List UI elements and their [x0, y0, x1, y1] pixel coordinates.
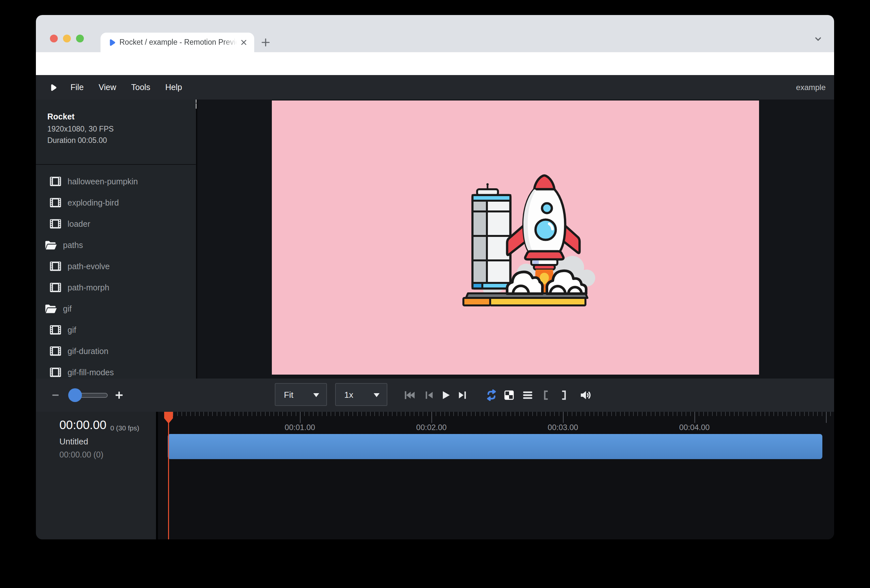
in-point-button[interactable]	[539, 388, 553, 402]
sidebar-item-exploding-bird[interactable]: exploding-bird	[36, 196, 196, 209]
sidebar-item-loader[interactable]: loader	[36, 217, 196, 230]
canvas-size-select[interactable]: Fit	[275, 383, 327, 406]
browser-tab[interactable]: Rocket / example - Remotion Preview	[100, 33, 254, 52]
next-frame-button[interactable]	[456, 388, 470, 402]
film-icon	[50, 177, 61, 186]
sidebar-item-label: gif-fill-modes	[67, 368, 114, 377]
ruler-label: 00:04.00	[679, 423, 709, 432]
rocket	[507, 176, 580, 269]
playhead-marker[interactable]	[164, 412, 173, 424]
tab-search-chevron-icon[interactable]	[813, 33, 824, 45]
new-tab-button[interactable]	[261, 37, 271, 48]
tab-strip: Rocket / example - Remotion Preview	[36, 15, 834, 52]
tab-title: Rocket / example - Remotion Preview	[119, 38, 237, 48]
launch-tower	[472, 183, 510, 289]
composition-duration: Duration 00:05.00	[47, 136, 107, 145]
menu-item-help[interactable]: Help	[165, 83, 182, 92]
sidebar-item-halloween-pumpkin[interactable]: halloween-pumpkin	[36, 175, 196, 188]
minus-icon	[51, 390, 60, 400]
film-icon	[50, 261, 61, 271]
browser-window: Rocket / example - Remotion Preview http…	[36, 15, 834, 539]
timeline-lanes-button[interactable]	[520, 388, 535, 402]
playhead-line	[168, 412, 169, 539]
sidebar-item-label: path-morph	[67, 283, 109, 292]
preview-canvas-area	[197, 100, 834, 378]
out-bracket-icon	[559, 390, 569, 400]
play-icon	[440, 389, 451, 401]
sidebar-item-gif-folder[interactable]: gif	[36, 302, 196, 315]
film-icon	[50, 283, 61, 292]
browser-toolbar: http://localhost:3001/Rocket	[36, 52, 834, 75]
sidebar-item-path-evolve[interactable]: path-evolve	[36, 260, 196, 273]
sidebar-item-path-morph[interactable]: path-morph	[36, 281, 196, 294]
film-icon	[50, 219, 61, 229]
timeline-panel: 00:00.00 0 (30 fps) Untitled 00:00.00 (0…	[36, 412, 834, 539]
player-controls-bar: Fit 1x	[36, 378, 834, 412]
menu-item-tools[interactable]: Tools	[131, 83, 150, 92]
sidebar-item-label: paths	[63, 241, 83, 250]
film-icon	[50, 198, 61, 207]
track-name: Untitled	[60, 436, 88, 447]
rows-icon	[522, 390, 533, 401]
remotion-favicon-icon	[107, 38, 116, 47]
timeline-ruler[interactable]: 00:01.0000:02.0000:03.0000:04.00	[156, 412, 834, 539]
sidebar-item-gif-duration[interactable]: gif-duration	[36, 345, 196, 358]
sidebar-item-label: halloween-pumpkin	[67, 177, 138, 186]
window-close-button[interactable]	[50, 34, 58, 42]
film-icon	[50, 346, 61, 356]
sidebar-item-label: gif	[67, 325, 76, 335]
menu-item-view[interactable]: View	[98, 83, 116, 92]
ruler-label: 00:01.00	[285, 423, 315, 432]
transparency-toggle-button[interactable]	[502, 388, 516, 402]
current-frame-info: 0 (30 fps)	[110, 424, 139, 432]
timeline-zoom-out-button[interactable]	[48, 388, 63, 402]
skip-to-start-button[interactable]	[402, 388, 416, 402]
checkerboard-icon	[503, 389, 515, 401]
out-point-button[interactable]	[556, 388, 571, 402]
sidebar-item-gif[interactable]: gif	[36, 323, 196, 336]
plus-icon	[114, 390, 124, 400]
sidebar-item-label: path-evolve	[67, 262, 110, 271]
volume-icon	[579, 389, 592, 402]
app-menu-bar: FileViewToolsHelp example	[36, 75, 834, 100]
menu-items: FileViewToolsHelp	[70, 75, 182, 100]
previous-frame-icon	[423, 390, 434, 401]
current-timecode: 00:00.00	[60, 418, 106, 432]
composition-resolution: 1920x1080, 30 FPS	[47, 125, 113, 134]
chevron-down-icon	[374, 393, 380, 397]
playback-speed-value: 1x	[344, 390, 353, 400]
launch-pad	[463, 293, 587, 305]
remotion-logo-icon[interactable]	[48, 83, 57, 92]
mute-toggle-button[interactable]	[578, 388, 593, 402]
project-name-label: example	[796, 83, 825, 92]
skip-start-icon	[403, 389, 415, 401]
chevron-down-icon	[313, 393, 319, 397]
timeline-track-bar[interactable]	[168, 434, 822, 459]
film-icon	[50, 368, 61, 377]
rocket-illustration	[458, 169, 595, 309]
loop-icon	[485, 389, 498, 402]
previous-frame-button[interactable]	[421, 388, 436, 402]
canvas-size-value: Fit	[284, 390, 293, 400]
film-icon	[50, 325, 61, 335]
tab-close-icon[interactable]	[239, 38, 248, 47]
sidebar-item-label: gif	[63, 304, 72, 314]
playback-speed-select[interactable]: 1x	[335, 383, 387, 406]
timeline-left-column: 00:00.00 0 (30 fps) Untitled 00:00.00 (0…	[36, 412, 156, 539]
next-frame-icon	[457, 390, 469, 401]
timeline-zoom-in-button[interactable]	[112, 388, 126, 402]
play-button[interactable]	[439, 388, 453, 402]
timeline-zoom-knob[interactable]	[68, 388, 82, 402]
video-stage	[272, 101, 759, 375]
menu-item-file[interactable]: File	[70, 83, 83, 92]
loop-toggle-button[interactable]	[484, 388, 499, 402]
ruler-label: 00:02.00	[416, 423, 447, 432]
sidebar-divider	[36, 164, 196, 165]
window-minimize-button[interactable]	[63, 34, 71, 42]
sidebar-item-paths-folder[interactable]: paths	[36, 238, 196, 252]
window-zoom-button[interactable]	[76, 34, 84, 42]
sidebar-item-gif-fill-modes[interactable]: gif-fill-modes	[36, 366, 196, 378]
folder-open-icon	[45, 241, 57, 250]
composition-title: Rocket	[47, 112, 74, 121]
folder-open-icon	[45, 304, 57, 313]
